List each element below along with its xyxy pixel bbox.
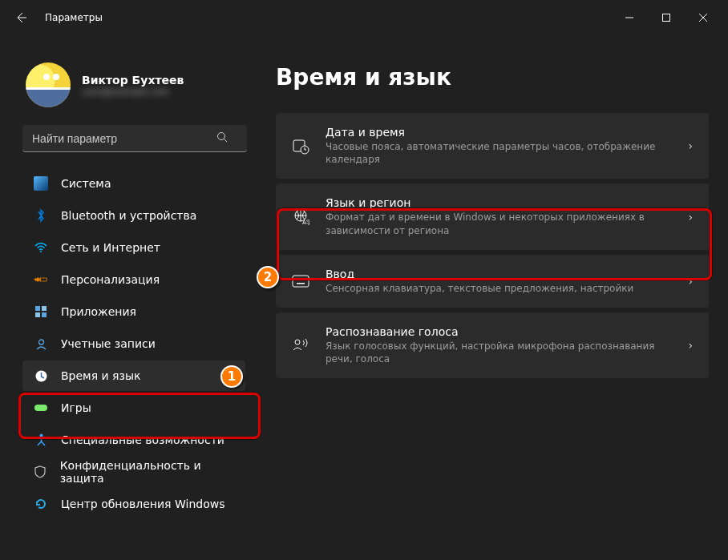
svg-point-25 [295,340,300,344]
sidebar-item-accounts[interactable]: Учетные записи [22,328,245,359]
search-box[interactable] [22,125,245,152]
chevron-right-icon: › [688,211,693,224]
maximize-button[interactable] [648,6,685,30]
svg-rect-19 [293,276,309,287]
speech-icon [292,337,309,353]
annotation-badge-2: 2 [257,266,279,288]
sidebar-item-time-language[interactable]: Время и язык [22,361,245,391]
window-controls [611,6,722,30]
svg-rect-8 [42,306,47,311]
svg-point-20 [295,278,297,280]
sidebar-item-label: Игры [61,401,91,414]
sidebar-item-label: Специальные возможности [61,433,224,446]
user-block[interactable]: Виктор Бухтеев user@example.com [26,62,245,107]
close-button[interactable] [685,6,722,30]
update-icon [34,497,48,511]
svg-point-6 [40,251,42,252]
sidebar-item-bluetooth[interactable]: Bluetooth и устройства [22,200,245,231]
card-desc: Сенсорная клавиатура, текстовые предложе… [326,282,672,295]
person-icon [34,336,48,351]
user-email: user@example.com [82,87,184,97]
keyboard-icon [292,275,309,288]
sidebar-item-gaming[interactable]: Игры [22,393,245,423]
sidebar-item-label: Учетные записи [61,337,156,350]
card-title: Распознавание голоса [326,325,672,338]
sidebar-item-label: Приложения [61,305,136,318]
minimize-button[interactable] [611,6,648,30]
arrow-left-icon [14,11,27,24]
shield-icon [34,465,47,479]
maximize-icon [662,14,670,22]
brush-icon: 🖌 [30,269,51,289]
svg-point-14 [39,434,42,437]
page-title: Время и язык [276,64,709,91]
back-button[interactable] [8,5,34,30]
sidebar-item-system[interactable]: Система [22,168,245,199]
gamepad-icon [34,401,48,415]
svg-text:A字: A字 [302,220,309,226]
card-title: Ввод [326,268,672,280]
card-language-region[interactable]: A字 Язык и регион Формат дат и времени в … [276,183,709,249]
chevron-right-icon: › [688,339,693,352]
close-icon [699,14,707,22]
sidebar: Виктор Бухтеев user@example.com Система … [0,35,257,560]
minimize-icon [625,14,633,22]
titlebar: Параметры [0,0,728,35]
search-input[interactable] [22,125,247,152]
sidebar-item-label: Персонализация [61,273,160,286]
sidebar-item-label: Система [61,177,111,190]
sidebar-item-label: Сеть и Интернет [61,241,160,254]
globe-language-icon: A字 [292,208,309,226]
card-desc: Часовые пояса, автоматические параметры … [326,140,672,166]
svg-rect-7 [35,306,40,311]
card-title: Дата и время [326,126,672,139]
wifi-icon [34,240,48,255]
svg-point-21 [298,278,300,280]
svg-rect-1 [663,14,670,22]
svg-point-23 [305,278,306,280]
annotation-badge-1: 1 [220,365,243,388]
display-icon [34,176,48,191]
sidebar-item-personalization[interactable]: 🖌 Персонализация [22,264,245,295]
svg-rect-13 [34,405,47,411]
nav: Система Bluetooth и устройства Сеть и Ин… [22,168,245,519]
sidebar-item-windows-update[interactable]: Центр обновления Windows [22,489,245,519]
accessibility-icon [34,433,48,447]
chevron-right-icon: › [688,139,693,152]
clock-globe-icon [34,369,48,383]
chevron-right-icon: › [688,275,693,288]
card-date-time[interactable]: Дата и время Часовые пояса, автоматическ… [276,113,709,179]
sidebar-item-label: Центр обновления Windows [61,498,224,510]
svg-rect-24 [297,283,305,284]
card-title: Язык и регион [326,196,672,209]
sidebar-item-network[interactable]: Сеть и Интернет [22,232,245,263]
svg-rect-9 [35,312,40,317]
card-speech[interactable]: Распознавание голоса Язык голосовых функ… [276,312,709,378]
user-name: Виктор Бухтеев [82,74,184,87]
apps-icon [34,304,48,319]
sidebar-item-label: Bluetooth и устройства [61,209,196,222]
card-input[interactable]: Ввод Сенсорная клавиатура, текстовые пре… [276,255,709,308]
card-desc: Язык голосовых функций, настройка микроф… [326,340,672,365]
calendar-clock-icon [292,137,309,155]
svg-point-22 [301,278,303,280]
app-title: Параметры [45,12,103,23]
svg-rect-10 [42,312,47,317]
sidebar-item-privacy[interactable]: Конфиденциальность и защита [22,457,245,487]
main-content: Время и язык Дата и время Часовые пояса,… [257,35,728,560]
sidebar-item-label: Время и язык [61,369,140,382]
sidebar-item-accessibility[interactable]: Специальные возможности [22,425,245,455]
sidebar-item-apps[interactable]: Приложения [22,296,245,327]
avatar [26,62,71,107]
card-desc: Формат дат и времени в Windows и некотор… [326,211,672,236]
svg-point-11 [38,340,43,344]
bluetooth-icon [34,208,48,223]
sidebar-item-label: Конфиденциальность и защита [60,459,234,485]
